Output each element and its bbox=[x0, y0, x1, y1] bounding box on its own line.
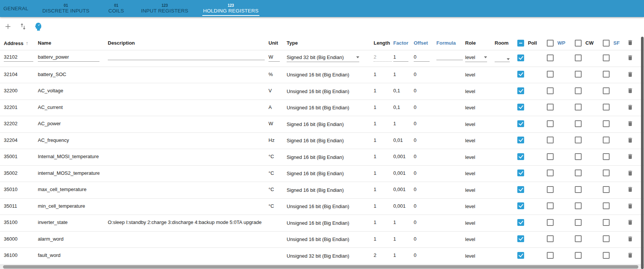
tab-holding-registers[interactable]: 123 HOLDING REGISTERS bbox=[202, 0, 259, 17]
length-field[interactable]: 1 bbox=[374, 187, 392, 192]
cw-checkbox[interactable] bbox=[575, 202, 582, 209]
wp-checkbox[interactable] bbox=[547, 153, 554, 160]
wp-checkbox[interactable] bbox=[547, 87, 554, 94]
wp-checkbox[interactable] bbox=[547, 54, 554, 61]
address-field[interactable]: 32104 bbox=[4, 72, 33, 77]
factor-field[interactable]: 0,01 bbox=[393, 137, 408, 143]
length-field[interactable]: 1 bbox=[374, 203, 392, 209]
unit-field[interactable]: °C bbox=[268, 154, 280, 159]
name-field[interactable]: inverter_state bbox=[38, 219, 99, 225]
factor-field[interactable]: 0,001 bbox=[393, 170, 408, 176]
offset-field[interactable]: 0 bbox=[414, 104, 430, 110]
factor-field[interactable]: 1 bbox=[393, 236, 408, 242]
factor-field[interactable]: 0,1 bbox=[393, 88, 408, 93]
add-register-button[interactable] bbox=[3, 22, 13, 31]
poll-checkbox[interactable] bbox=[517, 153, 524, 160]
sf-checkbox[interactable] bbox=[603, 137, 610, 143]
name-field[interactable]: Internal_MOSI_temperature bbox=[38, 154, 99, 159]
address-field[interactable]: 35001 bbox=[4, 154, 33, 159]
factor-field[interactable]: 1 bbox=[393, 54, 408, 62]
wp-checkbox[interactable] bbox=[547, 202, 554, 209]
poll-checkbox[interactable] bbox=[517, 87, 524, 94]
offset-field[interactable]: 0 bbox=[414, 252, 430, 258]
address-field[interactable]: 36100 bbox=[4, 252, 33, 258]
unit-field[interactable]: °C bbox=[268, 203, 280, 209]
role-select[interactable]: level bbox=[465, 204, 487, 209]
sf-checkbox[interactable] bbox=[603, 219, 610, 226]
delete-row-button[interactable] bbox=[627, 202, 633, 210]
cw-checkbox[interactable] bbox=[575, 186, 582, 193]
poll-all-checkbox[interactable] bbox=[517, 40, 524, 47]
address-field[interactable]: 32102 bbox=[4, 54, 33, 62]
offset-field[interactable]: 0 bbox=[414, 154, 430, 159]
address-field[interactable]: 32204 bbox=[4, 137, 33, 143]
vertical-scrollbar[interactable] bbox=[641, 37, 644, 269]
role-select[interactable]: level bbox=[465, 89, 487, 94]
name-field[interactable]: AC_current bbox=[38, 104, 99, 110]
factor-field[interactable]: 0,1 bbox=[393, 104, 408, 110]
header-address[interactable]: Address↑ bbox=[4, 40, 38, 46]
length-field[interactable]: 1 bbox=[374, 137, 392, 143]
wp-checkbox[interactable] bbox=[547, 169, 554, 176]
type-select[interactable]: Unsigned 16 bit (Big Endian) bbox=[287, 72, 359, 78]
poll-checkbox[interactable] bbox=[517, 202, 524, 209]
delete-row-button[interactable] bbox=[627, 87, 633, 94]
factor-field[interactable]: 1 bbox=[393, 252, 408, 258]
sf-all-checkbox[interactable] bbox=[603, 40, 610, 47]
unit-field[interactable]: °C bbox=[268, 170, 280, 176]
sf-checkbox[interactable] bbox=[603, 186, 610, 193]
delete-row-button[interactable] bbox=[627, 186, 633, 193]
cw-checkbox[interactable] bbox=[575, 235, 582, 242]
address-field[interactable]: 32200 bbox=[4, 88, 33, 93]
sf-checkbox[interactable] bbox=[603, 202, 610, 209]
horizontal-scrollbar[interactable] bbox=[3, 265, 638, 269]
type-select[interactable]: Signed 16 bit (Big Endian) bbox=[287, 171, 359, 176]
offset-field[interactable]: 0 bbox=[414, 170, 430, 176]
cw-checkbox[interactable] bbox=[575, 104, 582, 110]
wp-checkbox[interactable] bbox=[547, 120, 554, 127]
unit-field[interactable]: V bbox=[268, 88, 280, 93]
sf-checkbox[interactable] bbox=[603, 71, 610, 78]
poll-checkbox[interactable] bbox=[517, 120, 524, 127]
length-field[interactable]: 1 bbox=[374, 104, 392, 110]
wp-all-checkbox[interactable] bbox=[547, 40, 554, 47]
sf-checkbox[interactable] bbox=[603, 120, 610, 127]
cw-checkbox[interactable] bbox=[575, 219, 582, 226]
offset-field[interactable]: 0 bbox=[414, 137, 430, 143]
name-field[interactable]: AC_frequency bbox=[38, 137, 99, 143]
sf-checkbox[interactable] bbox=[603, 54, 610, 61]
delete-row-button[interactable] bbox=[627, 54, 633, 61]
cw-checkbox[interactable] bbox=[575, 169, 582, 176]
offset-field[interactable]: 0 bbox=[414, 54, 430, 62]
poll-checkbox[interactable] bbox=[517, 137, 524, 143]
factor-field[interactable]: 0,001 bbox=[393, 154, 408, 159]
factor-field[interactable]: 1 bbox=[393, 219, 408, 225]
cw-checkbox[interactable] bbox=[575, 153, 582, 160]
type-select[interactable]: Unsigned 16 bit (Big Endian) bbox=[287, 105, 359, 110]
address-field[interactable]: 35100 bbox=[4, 219, 33, 225]
sf-checkbox[interactable] bbox=[603, 104, 610, 110]
delete-row-button[interactable] bbox=[627, 235, 633, 243]
cw-checkbox[interactable] bbox=[575, 137, 582, 143]
cw-checkbox[interactable] bbox=[575, 120, 582, 127]
offset-field[interactable]: 0 bbox=[414, 203, 430, 209]
offset-field[interactable]: 0 bbox=[414, 121, 430, 126]
unit-field[interactable]: A bbox=[268, 104, 280, 110]
offset-field[interactable]: 0 bbox=[414, 72, 430, 77]
length-field[interactable]: 1 bbox=[374, 72, 392, 77]
name-field[interactable]: internal_MOS2_temperature bbox=[38, 170, 99, 176]
address-field[interactable]: 35010 bbox=[4, 187, 33, 192]
type-select[interactable]: Signed 32 bit (Big Endian) bbox=[287, 54, 359, 62]
unit-field[interactable]: W bbox=[268, 54, 280, 62]
name-field[interactable]: AC_voltage bbox=[38, 88, 99, 93]
offset-field[interactable]: 0 bbox=[414, 187, 430, 192]
offset-field[interactable]: 0 bbox=[414, 219, 430, 225]
poll-checkbox[interactable] bbox=[517, 252, 524, 259]
length-field[interactable]: 1 bbox=[374, 121, 392, 126]
type-select[interactable]: Unsigned 16 bit (Big Endian) bbox=[287, 220, 359, 226]
factor-field[interactable]: 0,001 bbox=[393, 187, 408, 192]
name-field[interactable]: min_cell_temperature bbox=[38, 203, 99, 209]
address-field[interactable]: 36000 bbox=[4, 236, 33, 242]
factor-field[interactable]: 1 bbox=[393, 72, 408, 77]
length-field[interactable]: 1 bbox=[374, 88, 392, 93]
